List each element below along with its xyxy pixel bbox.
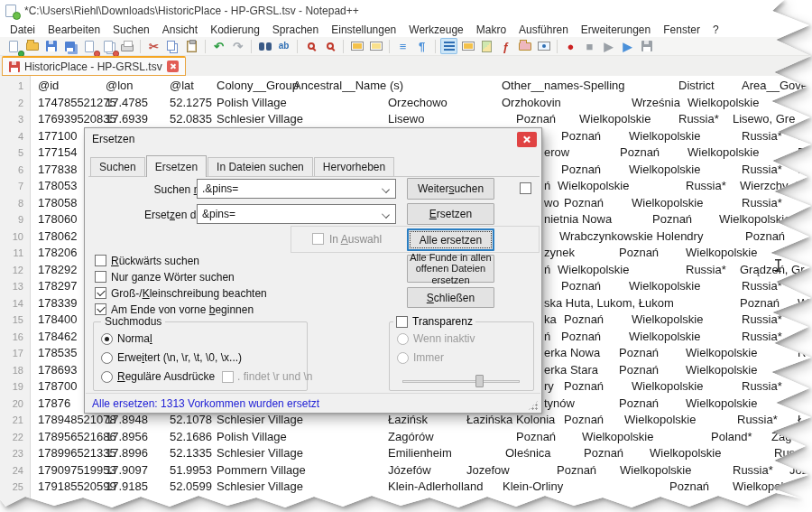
macro-record-icon[interactable]: ●	[562, 38, 579, 54]
option-checkbox[interactable]	[95, 255, 106, 266]
dialog-tab-ersetzen[interactable]: Ersetzen	[146, 155, 207, 177]
search-mode-radio[interactable]	[101, 371, 113, 383]
sync-scroll-h-icon[interactable]	[367, 38, 384, 54]
pin-checkbox[interactable]	[520, 182, 531, 194]
dialog-close-icon[interactable]	[517, 132, 537, 147]
dialog-tab-in-dateien-suchen[interactable]: In Dateien suchen	[208, 157, 313, 177]
save-icon[interactable]	[42, 38, 60, 54]
option-checkbox[interactable]	[95, 303, 106, 315]
menu-item-bearbeiten[interactable]: Bearbeiten	[42, 23, 106, 37]
cell-text: Jozefow	[466, 463, 510, 477]
cell-text: 52.0835	[170, 112, 212, 126]
replace-button[interactable]: Ersetzen	[407, 203, 494, 225]
search-options: Rückwärts suchenNur ganze Wörter suchenG…	[95, 255, 267, 315]
dialog-titlebar[interactable]: Ersetzen	[85, 128, 541, 148]
toolbar-separator	[140, 40, 141, 53]
menu-item-ansicht[interactable]: Ansicht	[156, 23, 204, 37]
menu-bar: DateiBearbeitenSuchenAnsichtKodierungSpr…	[0, 22, 812, 37]
cell-text: Wielkopolskie	[719, 212, 790, 226]
cell-text: Russia*	[678, 112, 719, 126]
dot-matches-newline-checkbox[interactable]	[222, 371, 234, 383]
tab-historicplace[interactable]: HistoricPlace - HP-GRSL.tsv	[2, 56, 186, 76]
cell-text: Ł	[798, 413, 804, 426]
zoom-out-icon[interactable]	[321, 38, 338, 54]
slider-thumb[interactable]	[475, 375, 484, 387]
option-checkbox[interactable]	[95, 287, 106, 299]
menu-item-suchen[interactable]: Suchen	[106, 23, 156, 37]
transparency-radio[interactable]	[397, 352, 409, 364]
sync-scroll-v-icon[interactable]	[348, 38, 365, 54]
paste-icon[interactable]	[183, 38, 200, 54]
search-mode-radio[interactable]	[101, 333, 113, 345]
menu-item-einstellungen[interactable]: Einstellungen	[325, 23, 402, 37]
folder-as-workspace-icon[interactable]	[516, 38, 533, 54]
editor-row-24: 17909751995317.909751.9953Pommern Villag…	[0, 463, 812, 480]
close-file-icon[interactable]	[80, 38, 97, 54]
replace-with-combobox[interactable]: &pins=	[197, 204, 396, 224]
close-button[interactable]: Schließen	[407, 287, 494, 308]
replace-all-button[interactable]: Alle ersetzen	[407, 228, 494, 251]
view-monitor-icon[interactable]	[535, 38, 552, 54]
function-list-icon[interactable]	[440, 38, 457, 54]
cell-text: Września	[632, 96, 680, 109]
cell-text: 178700	[38, 379, 77, 393]
new-file-icon[interactable]	[5, 38, 22, 54]
resize-grip-icon[interactable]	[528, 400, 539, 411]
macro-play-icon[interactable]: ▶	[600, 38, 617, 54]
window-titlebar[interactable]: *C:\Users\Riehl\Downloads\HistoricPlace …	[0, 0, 812, 22]
editor-row-23: 17899652133517.899652.1335Schlesier Vill…	[0, 446, 812, 463]
menu-item-datei[interactable]: Datei	[4, 23, 42, 37]
menu-item-ausfhren[interactable]: Ausführen	[512, 23, 575, 37]
dropdown-arrow-icon[interactable]	[382, 210, 390, 219]
copy-icon[interactable]	[164, 38, 181, 54]
replace-icon[interactable]: ab	[275, 38, 292, 54]
text-cursor-icon	[774, 259, 782, 272]
macro-stop-icon[interactable]: ■	[581, 38, 598, 54]
option-label: Rückwärts suchen	[111, 255, 199, 267]
transparency-checkbox[interactable]	[396, 316, 408, 328]
doc-switcher-icon[interactable]	[459, 38, 476, 54]
cell-text: Orzechowo	[388, 96, 448, 109]
find-what-combobox[interactable]: .&pins=	[197, 179, 396, 199]
open-file-icon[interactable]	[23, 38, 41, 54]
macro-run-multi-icon[interactable]: ▶	[619, 38, 636, 54]
cell-text: R	[798, 346, 806, 359]
cell-text: Józefów	[388, 463, 431, 477]
print-icon[interactable]	[118, 38, 135, 54]
zoom-in-icon[interactable]	[302, 38, 319, 54]
menu-item-werkzeuge[interactable]: Werkzeuge	[402, 23, 469, 37]
dialog-tab-suchen[interactable]: Suchen	[90, 157, 145, 177]
menu-item-?[interactable]: ?	[706, 23, 725, 37]
in-selection-checkbox[interactable]	[312, 233, 324, 245]
window-title: *C:\Users\Riehl\Downloads\HistoricPlace …	[24, 5, 359, 17]
word-wrap-icon[interactable]: ≡	[394, 38, 411, 54]
menu-item-sprachen[interactable]: Sprachen	[266, 23, 325, 37]
cell-text: Schlesier Village	[217, 446, 303, 460]
menu-item-makro[interactable]: Makro	[470, 23, 512, 37]
cell-text: Oleśnica	[505, 446, 551, 460]
find-icon[interactable]	[256, 38, 273, 54]
cut-icon[interactable]: ✂	[145, 38, 162, 54]
redo-icon[interactable]: ↷	[229, 38, 246, 54]
dialog-tab-hervorheben[interactable]: Hervorheben	[314, 157, 394, 177]
option-checkbox[interactable]	[95, 271, 106, 283]
close-all-icon[interactable]	[99, 38, 116, 54]
menu-item-kodierung[interactable]: Kodierung	[204, 23, 266, 37]
cell-text: Józefów, Gr	[789, 463, 812, 477]
search-mode-radio[interactable]	[101, 352, 113, 364]
save-all-icon[interactable]	[61, 38, 78, 54]
document-map-icon[interactable]	[478, 38, 495, 54]
tab-close-icon[interactable]	[167, 61, 179, 72]
undo-icon[interactable]: ↶	[210, 38, 227, 54]
dropdown-arrow-icon[interactable]	[382, 185, 390, 193]
transparency-slider[interactable]	[402, 375, 520, 387]
replace-all-open-docs-button[interactable]: Alle Funde in allen offenen Dateien erse…	[407, 255, 494, 283]
menu-item-erweiterungen[interactable]: Erweiterungen	[575, 23, 657, 37]
find-next-button[interactable]: Weiter suchen	[407, 178, 494, 200]
menu-item-fenster[interactable]: Fenster	[657, 23, 706, 37]
macro-save-icon[interactable]	[638, 38, 655, 54]
transparency-radio[interactable]	[397, 333, 409, 345]
function-list-red-icon[interactable]: ƒ	[497, 38, 514, 54]
show-all-chars-icon[interactable]: ¶	[413, 38, 430, 54]
cell-text: Poznań	[584, 446, 623, 460]
